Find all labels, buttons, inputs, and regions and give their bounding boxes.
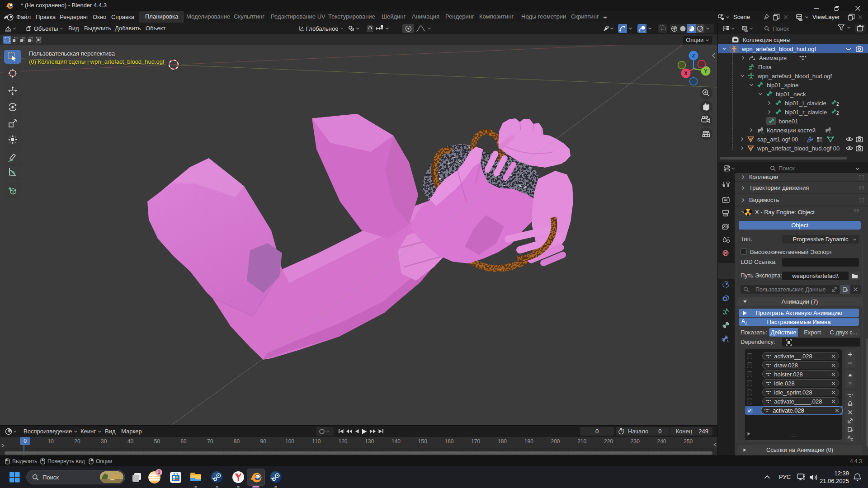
- svg-text:220: 220: [604, 438, 613, 445]
- svg-text:210: 210: [577, 438, 586, 445]
- svg-text:200: 200: [551, 438, 560, 445]
- svg-text:40: 40: [127, 438, 134, 445]
- svg-text:70: 70: [207, 438, 213, 445]
- svg-text:20: 20: [74, 438, 80, 445]
- svg-text:90: 90: [260, 438, 267, 445]
- svg-text:180: 180: [498, 438, 507, 445]
- svg-text:Z: Z: [692, 53, 695, 58]
- svg-text:130: 130: [365, 438, 374, 445]
- svg-text:140: 140: [392, 438, 401, 445]
- svg-text:110: 110: [312, 438, 321, 445]
- svg-text:230: 230: [631, 438, 640, 445]
- svg-text:X: X: [684, 70, 688, 76]
- svg-text:60: 60: [180, 438, 187, 445]
- svg-text:80: 80: [234, 438, 240, 445]
- svg-text:250: 250: [684, 438, 693, 445]
- svg-text:170: 170: [471, 438, 480, 445]
- svg-text:240: 240: [657, 438, 666, 445]
- svg-text:160: 160: [444, 438, 453, 445]
- svg-text:100: 100: [285, 438, 294, 445]
- svg-text:10: 10: [48, 438, 54, 445]
- svg-text:Y: Y: [704, 68, 708, 74]
- svg-text:150: 150: [418, 438, 427, 445]
- svg-text:50: 50: [154, 438, 160, 445]
- svg-text:30: 30: [101, 438, 107, 445]
- svg-text:120: 120: [338, 438, 347, 445]
- svg-text:190: 190: [524, 438, 533, 445]
